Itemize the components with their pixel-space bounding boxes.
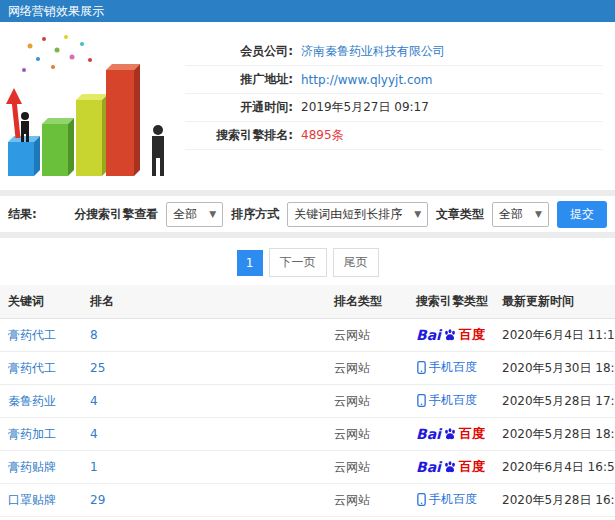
table-header-row: 关键词 排名 排名类型 搜索引擎类型 最新更新时间 — [0, 285, 615, 319]
search-engine-cell: Bai百度 手机百度 — [408, 451, 494, 484]
results-table: 关键词 排名 排名类型 搜索引擎类型 最新更新时间 膏药代工 8 云网站 Bai… — [0, 285, 615, 520]
engine-filter-label: 分搜索引擎查看 — [74, 206, 158, 223]
chevron-down-icon: ▼ — [535, 209, 542, 219]
header-rank: 排名 — [82, 285, 326, 319]
article-type-select-value: 全部 — [499, 206, 523, 223]
sort-select[interactable]: 关键词由短到长排序 ▼ — [287, 202, 428, 227]
last-page-button[interactable]: 尾页 — [333, 248, 379, 277]
baidu-paw-icon — [443, 328, 457, 342]
search-engine-cell: Bai百度 手机百度 — [408, 352, 494, 385]
chevron-down-icon: ▼ — [414, 209, 421, 219]
rank-count-label: 搜索引擎排名: — [185, 127, 293, 144]
submit-button[interactable]: 提交 — [557, 201, 607, 228]
search-engine-cell: Bai百度 手机百度 — [408, 385, 494, 418]
next-page-button[interactable]: 下一页 — [269, 248, 327, 277]
bar-chart-clipart — [0, 30, 185, 180]
header-engine-type: 搜索引擎类型 — [408, 285, 494, 319]
table-row: 膏药贴牌 1 云网站 Bai百度 手机百度 2020年6月4日 16:55 — [0, 451, 615, 484]
article-type-label: 文章类型 — [436, 206, 484, 223]
update-time: 2020年6月4日 11:15 — [494, 319, 615, 352]
update-time: 2020年6月4日 16:55 — [494, 451, 615, 484]
page-title: 网络营销效果展示 — [8, 4, 104, 18]
rank-type: 云网站 — [326, 385, 408, 418]
rank-link[interactable]: 29 — [90, 493, 105, 507]
open-time-label: 开通时间: — [185, 99, 293, 116]
baidu-logo: Bai百度 — [416, 326, 485, 344]
table-row: 口罩贴牌 29 云网站 Bai百度 手机百度 2020年5月28日 16:55 — [0, 484, 615, 517]
update-time: 2020年5月28日 17:02 — [494, 385, 615, 418]
info-row-rank-count: 搜索引擎排名: 4895条 — [185, 122, 603, 150]
mobile-baidu-logo: 手机百度 — [416, 392, 477, 409]
baidu-logo: Bai百度 — [416, 425, 485, 443]
keyword-link[interactable]: 膏药代工 — [8, 361, 56, 375]
rank-link[interactable]: 1 — [90, 460, 98, 474]
page: 网络营销效果展示 — [0, 0, 615, 520]
search-engine-cell: Bai百度 手机百度 — [408, 418, 494, 451]
pagination: 1 下一页 尾页 — [0, 238, 615, 285]
chevron-down-icon: ▼ — [209, 209, 216, 219]
info-panel: 会员公司: 济南秦鲁药业科技有限公司 推广地址: http://www.qlyy… — [0, 22, 615, 196]
open-time-value: 2019年5月27日 09:17 — [301, 99, 429, 116]
table-row: 秦鲁药业 4 云网站 Bai百度 手机百度 2020年5月28日 17:02 — [0, 385, 615, 418]
update-time: 2020年5月28日 18:03 — [494, 418, 615, 451]
sort-select-value: 关键词由短到长排序 — [294, 206, 402, 223]
header-keyword: 关键词 — [0, 285, 82, 319]
update-time: 2020年5月28日 16:55 — [494, 484, 615, 517]
header-rank-type: 排名类型 — [326, 285, 408, 319]
filter-controls: 分搜索引擎查看 全部 ▼ 排序方式 关键词由短到长排序 ▼ 文章类型 全部 ▼ … — [74, 201, 607, 228]
title-bar: 网络营销效果展示 — [0, 0, 615, 22]
bar-chart-clipart-svg — [0, 30, 185, 180]
company-link[interactable]: 济南秦鲁药业科技有限公司 — [301, 43, 445, 60]
info-fields: 会员公司: 济南秦鲁药业科技有限公司 推广地址: http://www.qlyy… — [185, 38, 615, 180]
engine-select-value: 全部 — [173, 206, 197, 223]
keyword-link[interactable]: 秦鲁药业 — [8, 394, 56, 408]
keyword-link[interactable]: 膏药加工 — [8, 427, 56, 441]
update-time: 2020年6月20日 09:25 — [494, 517, 615, 520]
rank-link[interactable]: 4 — [90, 427, 98, 441]
article-type-select[interactable]: 全部 ▼ — [492, 202, 549, 227]
search-engine-cell: Bai百度 手机百度 — [408, 484, 494, 517]
mobile-phone-icon — [416, 394, 427, 407]
rank-type: 云网站 — [326, 517, 408, 520]
rank-type: 云网站 — [326, 319, 408, 352]
keyword-link[interactable]: 膏药贴牌 — [8, 460, 56, 474]
keyword-link[interactable]: 膏药代工 — [8, 328, 56, 342]
rank-link[interactable]: 8 — [90, 328, 98, 342]
search-engine-cell: Bai百度 手机百度 — [408, 517, 494, 520]
rank-type: 云网站 — [326, 484, 408, 517]
engine-select[interactable]: 全部 ▼ — [166, 202, 223, 227]
rank-link[interactable]: 25 — [90, 361, 105, 375]
baidu-paw-icon — [443, 460, 457, 474]
sort-label: 排序方式 — [231, 206, 279, 223]
table-row: 膏药代工 25 云网站 Bai百度 手机百度 2020年5月30日 18:06 — [0, 352, 615, 385]
page-1-button[interactable]: 1 — [237, 250, 263, 276]
url-label: 推广地址: — [185, 71, 293, 88]
mobile-baidu-logo: 手机百度 — [416, 491, 477, 508]
filter-bar: 结果: 分搜索引擎查看 全部 ▼ 排序方式 关键词由短到长排序 ▼ 文章类型 全… — [0, 196, 615, 238]
table-row: 膏药代工 8 云网站 Bai百度 手机百度 2020年6月4日 11:15 — [0, 319, 615, 352]
mobile-baidu-logo: 手机百度 — [416, 359, 477, 376]
header-update-time: 最新更新时间 — [494, 285, 615, 319]
info-row-company: 会员公司: 济南秦鲁药业科技有限公司 — [185, 38, 603, 66]
rank-type: 云网站 — [326, 451, 408, 484]
keyword-link[interactable]: 口罩贴牌 — [8, 493, 56, 507]
rank-link[interactable]: 4 — [90, 394, 98, 408]
rank-type: 云网站 — [326, 418, 408, 451]
table-row: 膏药加工 4 云网站 Bai百度 手机百度 2020年5月28日 18:03 — [0, 418, 615, 451]
rank-type: 云网站 — [326, 352, 408, 385]
info-row-url: 推广地址: http://www.qlyyjt.com — [185, 66, 603, 94]
mobile-phone-icon — [416, 493, 427, 506]
table-row: 金华防护服 17,25 云网站 Bai百度 手机百度 2020年6月20日 09… — [0, 517, 615, 520]
search-engine-cell: Bai百度 手机百度 — [408, 319, 494, 352]
update-time: 2020年5月30日 18:06 — [494, 352, 615, 385]
table-body: 膏药代工 8 云网站 Bai百度 手机百度 2020年6月4日 11:15 膏药… — [0, 319, 615, 520]
promo-url-link[interactable]: http://www.qlyyjt.com — [301, 73, 433, 87]
rank-count-value: 4895条 — [301, 127, 344, 144]
baidu-logo: Bai百度 — [416, 458, 485, 476]
mobile-phone-icon — [416, 361, 427, 374]
baidu-paw-icon — [443, 427, 457, 441]
company-label: 会员公司: — [185, 43, 293, 60]
info-row-open-time: 开通时间: 2019年5月27日 09:17 — [185, 94, 603, 122]
results-label: 结果: — [8, 206, 37, 223]
